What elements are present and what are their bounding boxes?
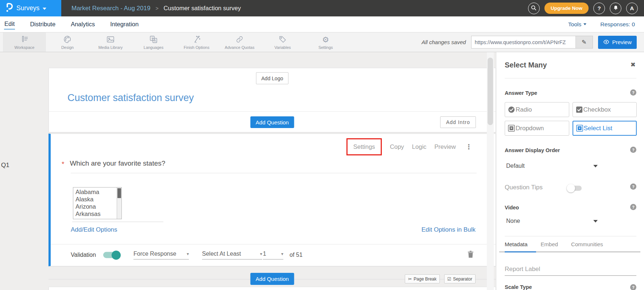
answer-display-order-select[interactable]: Default: [505, 163, 598, 169]
validation-rule-dropdown[interactable]: Force Response ▾: [133, 251, 189, 260]
chevron-down-icon: [593, 220, 598, 223]
product-name: Surveys: [16, 4, 39, 12]
validation-count-value: 1: [263, 251, 266, 257]
edit-options-in-bulk-link[interactable]: Edit Options in Bulk: [422, 226, 476, 233]
answer-listbox[interactable]: Alabama Alaska Arizona Arkansas: [73, 187, 122, 219]
validation-toggle[interactable]: [103, 252, 120, 258]
answer-type-select-list[interactable]: Select List: [573, 121, 637, 136]
toolbar-item-finish-options[interactable]: Finish Options: [175, 32, 218, 52]
question-text[interactable]: Which are your favorite states?: [70, 159, 165, 167]
validation-condition-value: Select At Least: [202, 251, 241, 257]
toolbar-item-media-library[interactable]: Media Library: [89, 32, 132, 52]
add-logo-button[interactable]: Add Logo: [256, 72, 289, 84]
kebab-menu-icon[interactable]: ⋮: [465, 143, 472, 150]
question-settings-button[interactable]: Settings: [353, 143, 375, 150]
toolbar-item-advance-quotas[interactable]: Advance Quotas: [218, 32, 261, 52]
scissors-icon: ✂: [408, 277, 412, 282]
add-question-button-bottom[interactable]: Add Question: [250, 273, 294, 285]
product-switcher[interactable]: Surveys: [0, 0, 61, 16]
edit-url-button[interactable]: ✎: [575, 36, 593, 48]
listbox-option[interactable]: Alaska: [75, 196, 121, 203]
canvas-scrollbar-thumb[interactable]: [488, 58, 493, 125]
add-intro-button[interactable]: Add Intro: [440, 116, 476, 128]
page-break-button[interactable]: ✂ Page Break: [405, 274, 440, 283]
toolbar-item-variables[interactable]: Variables: [261, 32, 304, 52]
topbar-actions: Upgrade Now ? A: [528, 3, 644, 14]
upgrade-button[interactable]: Upgrade Now: [544, 3, 589, 14]
breadcrumb-current: Customer satisfaction survey: [164, 5, 241, 12]
toolbar-item-settings[interactable]: ⚙ Settings: [304, 32, 347, 52]
active-tab-underline: [505, 251, 536, 252]
avatar[interactable]: A: [626, 3, 638, 14]
radio-check-icon: [508, 106, 515, 113]
search-button[interactable]: [528, 3, 540, 14]
divider: [505, 78, 636, 78]
report-label-input[interactable]: [505, 263, 636, 276]
survey-url-input[interactable]: [472, 36, 575, 48]
survey-title[interactable]: Customer satisfaction survey: [67, 92, 194, 104]
tab-analytics[interactable]: Analytics: [70, 19, 95, 29]
canvas-scrollbar[interactable]: [487, 52, 494, 290]
help-button[interactable]: ?: [593, 3, 605, 14]
question-text-row: * Which are your favorite states?: [62, 159, 165, 168]
chain-links-icon: [235, 35, 244, 44]
breadcrumb-separator: >: [155, 5, 158, 11]
close-icon[interactable]: ✖: [631, 61, 636, 69]
checkbox-checked-icon: ☑: [447, 277, 451, 282]
listbox-scrollbar[interactable]: [117, 187, 121, 219]
answer-type-dropdown[interactable]: Dropdown: [505, 121, 569, 136]
breadcrumb: Market Research - Aug 2019 > Customer sa…: [71, 5, 241, 12]
toolbar-item-workspace[interactable]: Workspace: [3, 32, 46, 52]
tab-edit[interactable]: Edit: [4, 19, 15, 30]
chevron-down-icon: [583, 23, 586, 25]
add-question-button-top[interactable]: Add Question: [250, 116, 294, 128]
answer-display-order-value: Default: [505, 163, 525, 169]
validation-count-dropdown[interactable]: 1 ▾: [263, 251, 283, 260]
video-select[interactable]: None: [505, 218, 598, 224]
question-preview-button[interactable]: Preview: [434, 143, 456, 150]
tab-embed[interactable]: Embed: [541, 241, 558, 251]
video-value: None: [505, 218, 520, 224]
answer-type-radio[interactable]: Radio: [505, 102, 569, 117]
scale-type-help-icon[interactable]: ?: [630, 284, 636, 290]
validation-condition-dropdown[interactable]: Select At Least ▾: [202, 251, 262, 260]
listbox-option[interactable]: Alabama: [75, 188, 121, 196]
answer-display-order-help-icon[interactable]: ?: [630, 147, 636, 153]
question-logic-button[interactable]: Logic: [412, 143, 426, 150]
video-help-icon[interactable]: ?: [630, 204, 636, 210]
question-tips-toggle[interactable]: [568, 186, 582, 191]
chevron-down-icon: ▾: [187, 251, 189, 256]
answer-type-help-icon[interactable]: ?: [630, 89, 636, 96]
breadcrumb-folder[interactable]: Market Research - Aug 2019: [71, 5, 150, 12]
toolbar-label: Media Library: [98, 45, 123, 50]
survey-header-card: Add Logo Customer satisfaction survey Ad…: [49, 68, 496, 132]
question-copy-button[interactable]: Copy: [390, 143, 404, 150]
question-tips-help-icon[interactable]: ?: [630, 183, 636, 190]
tab-communities[interactable]: Communities: [571, 241, 603, 251]
delete-question-button[interactable]: [468, 251, 474, 259]
preview-button[interactable]: Preview: [598, 36, 637, 49]
tab-integration[interactable]: Integration: [110, 19, 139, 29]
editor-canvas: Q1 Add Logo Customer satisfaction survey…: [0, 52, 644, 290]
chevron-down-icon: [43, 8, 46, 10]
separator-button[interactable]: ☑ Separator: [444, 274, 476, 283]
listbox-option[interactable]: Arizona: [75, 203, 121, 210]
add-edit-options-link[interactable]: Add/Edit Options: [71, 226, 117, 233]
question-index: Q1: [1, 162, 9, 169]
toggle-knob: [567, 184, 575, 193]
panel-title: Select Many: [505, 61, 547, 69]
gear-icon: ⚙: [321, 35, 330, 44]
validation-rule-value: Force Response: [133, 251, 176, 257]
tools-menu[interactable]: Tools: [568, 21, 586, 28]
bell-icon: [613, 5, 618, 12]
toolbar-item-design[interactable]: Design: [46, 32, 89, 52]
answer-type-checkbox[interactable]: Checkbox: [573, 102, 637, 117]
toolbar-item-languages[interactable]: x̄ A Languages: [132, 32, 175, 52]
tab-metadata[interactable]: Metadata: [505, 241, 528, 251]
listbox-scrollbar-thumb[interactable]: [117, 188, 121, 198]
tab-distribute[interactable]: Distribute: [30, 19, 56, 29]
answer-type-options: Radio Checkbox Dropdown: [505, 102, 637, 136]
listbox-option[interactable]: Arkansas: [75, 210, 121, 217]
notifications-button[interactable]: [610, 3, 621, 14]
settings-highlight-box: Settings: [346, 138, 382, 155]
